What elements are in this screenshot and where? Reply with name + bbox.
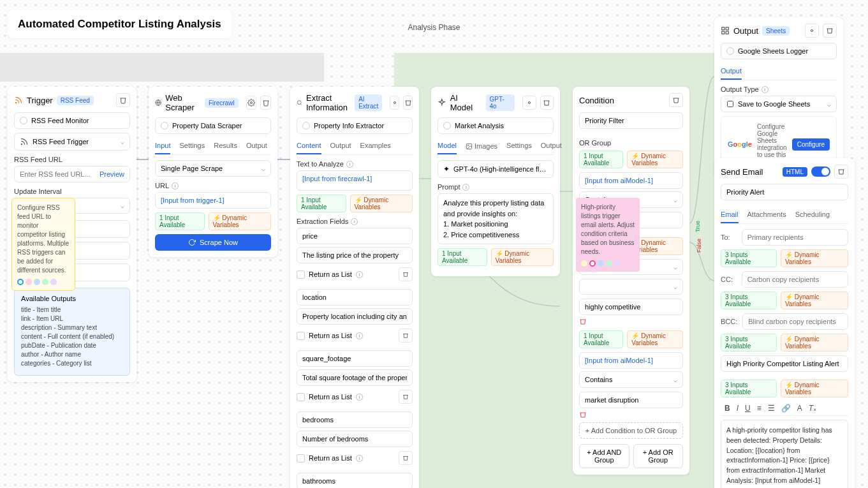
condition-sticky-note[interactable]: High-priority listings trigger email ale… <box>576 198 640 272</box>
field-name-input[interactable] <box>297 411 413 428</box>
delete-field-icon[interactable] <box>399 267 413 281</box>
cc-input[interactable] <box>742 271 848 288</box>
email-name-input[interactable] <box>721 184 848 200</box>
condition-name-input[interactable] <box>579 112 683 129</box>
tab-input[interactable]: Input <box>155 138 170 154</box>
delete-icon[interactable] <box>116 93 130 107</box>
dynamic-vars-badge[interactable]: ⚡ Dynamic Variables <box>350 195 413 212</box>
field-desc-input[interactable] <box>297 431 413 447</box>
expand-icon[interactable] <box>805 24 819 38</box>
cond-val-2[interactable] <box>579 299 683 315</box>
aimodel-name-field[interactable]: Market Analysis <box>438 117 554 134</box>
return-list-checkbox[interactable] <box>297 454 305 462</box>
node-condition[interactable]: Condition OR Group 1 Input Available ⚡ D… <box>573 87 689 475</box>
dynamic-vars-badge[interactable]: ⚡ Dynamic Variables <box>209 212 271 230</box>
tab-model[interactable]: Model <box>438 138 457 154</box>
node-output[interactable]: Output Sheets Google Sheets Logger Outpu… <box>714 17 843 179</box>
bcc-input[interactable] <box>742 313 848 330</box>
tab-examples[interactable]: Examples <box>360 138 391 154</box>
delete-cond-icon[interactable] <box>579 411 683 418</box>
cond-input-1[interactable] <box>579 172 683 189</box>
delete-field-icon[interactable] <box>399 451 413 465</box>
field-name-input[interactable] <box>297 473 413 488</box>
delete-icon[interactable] <box>403 96 413 110</box>
url-input[interactable] <box>155 192 271 209</box>
node-email[interactable]: Send Email HTML Email Attachments Schedu… <box>714 158 855 488</box>
field-desc-input[interactable] <box>297 247 413 263</box>
tab-output[interactable]: Output <box>721 63 742 80</box>
output-type-label: Output Typei <box>721 85 837 93</box>
tab-attachments[interactable]: Attachments <box>747 207 786 223</box>
email-title: Send Email <box>721 167 763 177</box>
prompt-textarea[interactable]: Analyze this property listing data and p… <box>438 193 554 244</box>
color-icon[interactable]: A <box>797 404 802 413</box>
field-name-input[interactable] <box>297 228 413 244</box>
add-or-button[interactable]: + Add OR Group <box>633 444 684 468</box>
tab-settings[interactable]: Settings <box>179 138 205 154</box>
scraper-name-field[interactable]: Property Data Scraper <box>155 117 271 134</box>
tab-output[interactable]: Output <box>330 138 351 154</box>
node-aimodel[interactable]: AI Model GPT-4o Market Analysis Model Im… <box>431 87 560 276</box>
extract-title: Extract Information <box>306 93 351 112</box>
trigger-type-select[interactable]: RSS Feed Trigger ⌵ <box>14 133 130 151</box>
bold-icon[interactable]: B <box>725 404 730 413</box>
link-icon[interactable]: 🔗 <box>781 404 791 413</box>
field-desc-input[interactable] <box>297 308 413 325</box>
output-name-field[interactable]: Google Sheets Logger <box>721 43 837 59</box>
return-list-checkbox[interactable] <box>297 332 305 340</box>
to-input[interactable] <box>742 229 848 246</box>
configure-button[interactable]: Configure <box>792 138 830 151</box>
return-list-checkbox[interactable] <box>297 270 305 279</box>
settings-icon[interactable] <box>246 96 257 110</box>
cond-val-3[interactable] <box>579 392 683 408</box>
rss-url-input[interactable] <box>20 170 96 178</box>
scrape-mode-select[interactable]: Single Page Scrape ⌵ <box>155 160 271 177</box>
tab-scheduling[interactable]: Scheduling <box>795 207 830 223</box>
add-condition-button[interactable]: + Add Condition to OR Group <box>579 422 683 439</box>
node-extract[interactable]: Extract Information AI Extract Property … <box>290 87 419 488</box>
field-desc-input[interactable] <box>297 369 413 386</box>
tab-content[interactable]: Content <box>297 138 321 154</box>
tab-images[interactable]: Images <box>466 138 497 154</box>
preview-link[interactable]: Preview <box>99 170 124 178</box>
tab-output[interactable]: Output <box>541 138 562 154</box>
settings-icon[interactable] <box>390 96 399 110</box>
tab-results[interactable]: Results <box>214 138 237 154</box>
email-body[interactable]: A high-priority competitor listing has b… <box>721 420 848 488</box>
subject-input[interactable] <box>721 355 848 372</box>
delete-icon[interactable] <box>540 96 554 110</box>
cond-op-3[interactable]: Contains⌵ <box>579 371 683 388</box>
add-and-button[interactable]: + Add AND Group <box>579 444 629 468</box>
list-ul-icon[interactable]: ☰ <box>768 404 775 413</box>
delete-icon[interactable] <box>823 24 837 38</box>
return-list-checkbox[interactable] <box>297 393 305 401</box>
model-select[interactable]: ✦GPT-4o (High-intelligence flagship mode… <box>438 160 554 178</box>
underline-icon[interactable]: U <box>745 404 751 413</box>
clear-icon[interactable]: Tₓ <box>809 404 816 413</box>
html-toggle[interactable] <box>811 166 830 177</box>
cond-op-2[interactable]: ⌵ <box>579 279 683 295</box>
extract-name-field[interactable]: Property Info Extractor <box>297 117 413 134</box>
list-ol-icon[interactable]: ≡ <box>757 404 761 413</box>
tab-output[interactable]: Output <box>246 138 267 154</box>
dynamic-vars-badge[interactable]: ⚡ Dynamic Variables <box>627 151 683 168</box>
output-type-select[interactable]: Save to Google Sheets ⌵ <box>721 96 837 112</box>
scrape-now-button[interactable]: Scrape Now <box>155 234 271 251</box>
field-name-input[interactable] <box>297 289 413 306</box>
delete-cond-icon[interactable] <box>579 318 683 325</box>
settings-icon[interactable] <box>522 96 536 110</box>
field-name-input[interactable] <box>297 350 413 367</box>
delete-icon[interactable] <box>260 96 271 110</box>
cond-input-3[interactable] <box>579 352 683 369</box>
dynamic-vars-badge[interactable]: ⚡ Dynamic Variables <box>491 248 554 266</box>
delete-field-icon[interactable] <box>399 390 413 404</box>
tab-settings[interactable]: Settings <box>506 138 532 154</box>
tab-email[interactable]: Email <box>721 207 739 223</box>
delete-icon[interactable] <box>669 93 683 107</box>
text-analyze-input[interactable]: [Input from firecrawl-1] <box>297 170 413 191</box>
monitor-name-field[interactable]: RSS Feed Monitor <box>14 112 130 129</box>
italic-icon[interactable]: I <box>737 404 739 413</box>
node-scraper[interactable]: Web Scraper Firecrawl Property Data Scra… <box>149 87 277 257</box>
delete-icon[interactable] <box>834 165 848 179</box>
delete-field-icon[interactable] <box>399 329 413 343</box>
